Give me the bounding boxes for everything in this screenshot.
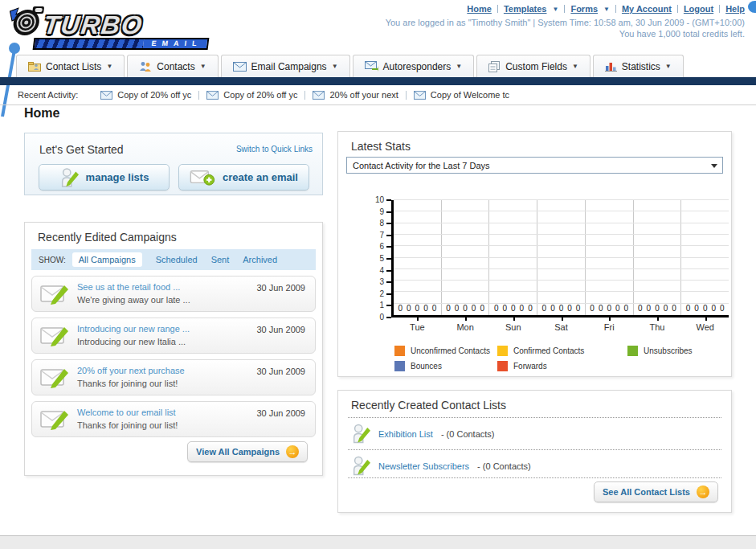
chart-group: 00000Fri — [585, 200, 633, 315]
filter-archived[interactable]: Archived — [243, 255, 277, 264]
latest-stats-title: Latest Stats — [351, 140, 411, 153]
recent-activity-item[interactable]: Copy of 20% off yc — [100, 90, 191, 100]
people-icon — [139, 61, 152, 72]
link-divider — [497, 5, 498, 13]
recent-activity-item[interactable]: Copy of 20% off yc — [206, 90, 297, 100]
nav-accent-bar — [0, 77, 756, 85]
campaign-date: 30 Jun 2009 — [256, 283, 305, 293]
campaign-subtitle: Thanks for joining our list! — [77, 420, 178, 430]
see-all-contact-lists-button[interactable]: See All Contact Lists → — [594, 481, 718, 502]
campaign-row[interactable]: Introducing our new range ... Introducin… — [31, 318, 316, 354]
divider — [198, 91, 199, 100]
tab-email-campaigns[interactable]: Email Campaigns ▼ — [221, 55, 350, 77]
divider — [304, 91, 305, 100]
link-help[interactable]: Help — [725, 4, 745, 14]
campaign-title[interactable]: 20% off your next purchase — [77, 366, 185, 375]
chevron-down-icon — [711, 164, 717, 168]
header-links: Home Templates ▼ Forms ▼ My Account Logo… — [467, 4, 745, 14]
tab-contacts[interactable]: Contacts ▼ — [127, 55, 218, 77]
app-logo[interactable]: TURBO EMAIL — [4, 5, 214, 50]
person-pencil-icon — [59, 167, 79, 188]
logo-stripes — [35, 39, 144, 48]
link-my-account[interactable]: My Account — [622, 4, 672, 14]
link-forms[interactable]: Forms — [570, 4, 598, 14]
tab-contact-lists[interactable]: Contact Lists ▼ — [16, 55, 125, 77]
chart-plot: 00000Tue00000Mon00000Sun00000Sat00000Fri… — [391, 200, 729, 318]
chart-group: 00000Wed — [680, 200, 729, 315]
logo-title: TURBO — [43, 13, 145, 37]
recent-activity-bar: Recent Activity: Copy of 20% off yc Copy… — [0, 85, 756, 105]
campaign-title[interactable]: Introducing our new range ... — [77, 324, 190, 334]
login-info: You are logged in as "Timothy Smith" | S… — [386, 18, 745, 27]
dotted-divider — [348, 417, 721, 418]
campaign-subtitle: We're giving away our late ... — [77, 295, 190, 305]
main-nav: Contact Lists ▼ Contacts ▼ Email Campaig… — [0, 55, 756, 85]
envelope-pencil-icon — [40, 408, 69, 431]
chart-group: 00000Mon — [441, 200, 489, 315]
recent-activity-item[interactable]: 20% off your next — [313, 90, 398, 100]
contact-list-name[interactable]: Newsletter Subscribers — [378, 461, 469, 471]
arrow-right-icon: → — [286, 445, 299, 458]
campaign-subtitle: Introducing our new Italia ... — [77, 337, 186, 346]
page-footer — [0, 535, 756, 549]
campaigns-title: Recently Edited Campaigns — [38, 231, 177, 244]
campaign-title[interactable]: Welcome to our email list — [77, 408, 176, 417]
contact-lists-panel: Recently Created Contact Lists Exhibitio… — [337, 390, 732, 513]
recent-activity-item[interactable]: Copy of Welcome tc — [414, 90, 509, 100]
view-all-campaigns-button[interactable]: View All Campaigns → — [187, 441, 308, 462]
filter-sent[interactable]: Sent — [211, 255, 230, 264]
envelope-icon — [100, 91, 112, 100]
contact-list-name[interactable]: Exhibition List — [378, 429, 433, 439]
link-divider — [615, 5, 616, 13]
campaign-row[interactable]: 20% off your next purchase Thanks for jo… — [31, 359, 316, 395]
campaign-row[interactable]: Welcome to our email list Thanks for joi… — [31, 401, 316, 437]
dotted-divider — [348, 477, 721, 478]
legend-item: Bounces — [394, 361, 497, 371]
filter-all-campaigns[interactable]: All Campaigns — [72, 252, 142, 267]
switch-quick-links[interactable]: Switch to Quick Links — [236, 145, 313, 154]
envelope-icon — [206, 91, 219, 100]
campaign-subtitle: Thanks for joining our list! — [77, 379, 178, 388]
dotted-divider — [348, 449, 721, 450]
campaign-title[interactable]: See us at the retail food ... — [77, 282, 180, 292]
bar-chart-icon — [605, 61, 617, 72]
stats-select-value: Contact Activity for the Last 7 Days — [353, 161, 490, 170]
envelope-pencil-icon — [40, 283, 69, 305]
link-divider — [719, 5, 720, 13]
help-balloon-icon[interactable] — [748, 1, 756, 13]
contact-list-item[interactable]: Exhibition List - (0 Contacts) — [351, 423, 495, 445]
campaign-row[interactable]: See us at the retail food ... We're givi… — [31, 276, 316, 312]
link-home[interactable]: Home — [467, 4, 492, 14]
recent-activity-text: Copy of 20% off yc — [223, 90, 297, 100]
see-all-contact-lists-label: See All Contact Lists — [603, 487, 690, 497]
stats-select[interactable]: Contact Activity for the Last 7 Days — [346, 157, 723, 174]
tab-label: Custom Fields — [505, 61, 567, 72]
contact-list-count: - (0 Contacts) — [441, 429, 495, 439]
get-started-panel: Let's Get Started Switch to Quick Links … — [24, 133, 323, 195]
create-email-button[interactable]: create an email — [178, 164, 309, 191]
tab-custom-fields[interactable]: Custom Fields ▼ — [476, 55, 590, 77]
campaign-filter-bar: SHOW: All Campaigns Scheduled Sent Archi… — [31, 249, 316, 270]
show-label: SHOW: — [39, 256, 66, 264]
contact-list-item[interactable]: Newsletter Subscribers - (0 Contacts) — [351, 455, 531, 477]
contact-lists-title: Recently Created Contact Lists — [351, 399, 506, 412]
chart-group: 00000Sun — [488, 200, 537, 315]
person-pencil-icon — [351, 455, 370, 477]
chart-group: 00000Tue — [394, 200, 441, 315]
filter-scheduled[interactable]: Scheduled — [156, 255, 198, 264]
manage-lists-button[interactable]: manage lists — [39, 164, 170, 191]
link-templates[interactable]: Templates — [504, 4, 547, 14]
link-divider — [677, 5, 678, 13]
chart-group: 00000Thu — [633, 200, 681, 315]
chevron-down-icon: ▼ — [665, 63, 672, 70]
tab-label: Contacts — [157, 61, 194, 72]
campaigns-panel: Recently Edited Campaigns SHOW: All Camp… — [24, 222, 323, 476]
tab-autoresponders[interactable]: Autoresponders ▼ — [353, 55, 475, 77]
chart-groups: 00000Tue00000Mon00000Sun00000Sat00000Fri… — [394, 200, 729, 315]
tab-statistics[interactable]: Statistics ▼ — [593, 55, 684, 77]
tab-label: Contact Lists — [46, 61, 101, 72]
tab-label: Statistics — [622, 61, 660, 72]
view-all-campaigns-label: View All Campaigns — [196, 447, 280, 457]
link-logout[interactable]: Logout — [684, 4, 713, 14]
chevron-down-icon: ▼ — [603, 6, 610, 13]
